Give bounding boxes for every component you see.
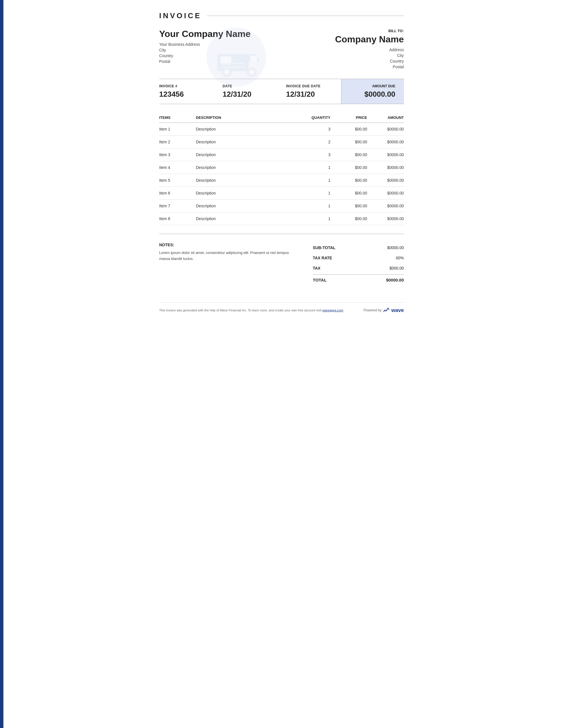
svg-rect-9	[220, 63, 245, 64]
wave-brand-name: wave	[391, 307, 404, 313]
item-name: Item 5	[159, 174, 196, 187]
bill-to-section: BILL TO: Company Name Address City Count…	[282, 29, 404, 70]
bill-to-postal: Postal	[282, 65, 404, 69]
header-divider	[207, 16, 404, 16]
col-header-price: PRICE	[331, 113, 367, 123]
col-header-quantity: QUANTITY	[306, 113, 331, 123]
item-name: Item 6	[159, 187, 196, 200]
col-header-amount: AMOUNT	[367, 113, 404, 123]
amount-due-label: AMOUNT DUE	[350, 84, 396, 88]
watermark-logo	[205, 26, 267, 88]
item-amount: $0000.00	[367, 174, 404, 187]
notes-section: NOTES: Lorem ipsum dolor sit amet, conse…	[159, 243, 294, 285]
item-name: Item 4	[159, 161, 196, 174]
item-quantity: 1	[306, 200, 331, 212]
item-description: Description	[196, 123, 306, 136]
svg-point-7	[249, 70, 254, 75]
col-header-description: DESCRIPTION	[196, 113, 306, 123]
amount-due-block: AMOUNT DUE $0000.00	[342, 79, 404, 104]
item-description: Description	[196, 200, 306, 212]
svg-rect-8	[220, 67, 245, 68]
item-amount: $0000.00	[367, 123, 404, 136]
item-price: $00.00	[331, 187, 367, 200]
invoice-header: INVOICE	[159, 11, 404, 20]
notes-text: Lorem ipsum dolor sit amet, consectetur …	[159, 250, 294, 262]
invoice-title: INVOICE	[159, 11, 202, 20]
tax-label: TAX	[313, 266, 321, 270]
item-name: Item 3	[159, 148, 196, 161]
item-price: $00.00	[331, 174, 367, 187]
item-price: $00.00	[331, 161, 367, 174]
date-value: 12/31/20	[223, 90, 269, 99]
footer-text: This invoice was generated with the help…	[159, 309, 344, 312]
powered-by: Powered by wave	[364, 307, 404, 313]
tax-rate-label: TAX RATE	[313, 256, 332, 260]
col-header-items: ITEMS	[159, 113, 196, 123]
svg-point-5	[224, 70, 229, 75]
powered-label: Powered by	[364, 308, 382, 312]
items-table: ITEMS DESCRIPTION QUANTITY PRICE AMOUNT …	[159, 113, 404, 225]
footer: This invoice was generated with the help…	[159, 302, 404, 313]
item-description: Description	[196, 161, 306, 174]
bill-to-city: City	[282, 53, 404, 58]
bill-to-country: Country	[282, 59, 404, 63]
subtotal-value: $0000.00	[387, 245, 404, 250]
table-row: Item 2 Description 2 $00.00 $0000.00	[159, 136, 404, 148]
invoice-due-date-block: INVOICE DUE DATE 12/31/20	[277, 79, 341, 104]
tax-value: $000.00	[390, 266, 404, 270]
item-description: Description	[196, 174, 306, 187]
item-amount: $0000.00	[367, 148, 404, 161]
footer-text-content: This invoice was generated with the help…	[159, 309, 322, 312]
invoice-number-value: 123456	[159, 90, 206, 99]
item-quantity: 1	[306, 161, 331, 174]
tax-rate-row: TAX RATE 00%	[313, 253, 404, 263]
item-price: $00.00	[331, 136, 367, 148]
invoice-meta-section: INVOICE # 123456 DATE 12/31/20 INVOICE D…	[159, 79, 404, 104]
item-name: Item 8	[159, 212, 196, 225]
svg-rect-3	[250, 56, 257, 62]
due-date-value: 12/31/20	[286, 90, 333, 99]
bottom-section: NOTES: Lorem ipsum dolor sit amet, conse…	[159, 234, 404, 285]
table-row: Item 3 Description 3 $00.00 $0000.00	[159, 148, 404, 161]
item-amount: $0000.00	[367, 136, 404, 148]
item-description: Description	[196, 148, 306, 161]
footer-link[interactable]: waveapps.com	[322, 309, 343, 312]
item-amount: $0000.00	[367, 200, 404, 212]
item-name: Item 7	[159, 200, 196, 212]
item-amount: $0000.00	[367, 212, 404, 225]
subtotal-label: SUB-TOTAL	[313, 245, 336, 250]
item-quantity: 3	[306, 148, 331, 161]
item-quantity: 1	[306, 212, 331, 225]
notes-label: NOTES:	[159, 243, 294, 247]
total-label: TOTAL	[313, 278, 327, 282]
table-header-row: ITEMS DESCRIPTION QUANTITY PRICE AMOUNT	[159, 113, 404, 123]
total-value: $0000.00	[386, 278, 404, 282]
item-price: $00.00	[331, 123, 367, 136]
bill-to-label: BILL TO:	[282, 29, 404, 33]
table-row: Item 7 Description 1 $00.00 $0000.00	[159, 200, 404, 212]
totals-section: SUB-TOTAL $0000.00 TAX RATE 00% TAX $000…	[313, 243, 404, 285]
table-row: Item 4 Description 1 $00.00 $0000.00	[159, 161, 404, 174]
bill-to-company-name: Company Name	[282, 34, 404, 45]
subtotal-row: SUB-TOTAL $0000.00	[313, 243, 404, 253]
item-description: Description	[196, 212, 306, 225]
item-price: $00.00	[331, 200, 367, 212]
company-section: Your Company Name Your Business Address …	[159, 29, 404, 70]
table-row: Item 1 Description 3 $00.00 $0000.00	[159, 123, 404, 136]
invoice-number-label: INVOICE #	[159, 84, 206, 88]
item-name: Item 2	[159, 136, 196, 148]
item-quantity: 3	[306, 123, 331, 136]
item-amount: $0000.00	[367, 161, 404, 174]
tax-row: TAX $000.00	[313, 263, 404, 273]
item-price: $00.00	[331, 212, 367, 225]
amount-due-value: $0000.00	[350, 90, 396, 99]
table-row: Item 8 Description 1 $00.00 $0000.00	[159, 212, 404, 225]
items-section: ITEMS DESCRIPTION QUANTITY PRICE AMOUNT …	[159, 113, 404, 225]
table-row: Item 5 Description 1 $00.00 $0000.00	[159, 174, 404, 187]
total-row: TOTAL $0000.00	[313, 274, 404, 285]
item-quantity: 1	[306, 187, 331, 200]
item-amount: $0000.00	[367, 187, 404, 200]
bill-to-address: Address	[282, 47, 404, 52]
item-description: Description	[196, 187, 306, 200]
item-price: $00.00	[331, 148, 367, 161]
